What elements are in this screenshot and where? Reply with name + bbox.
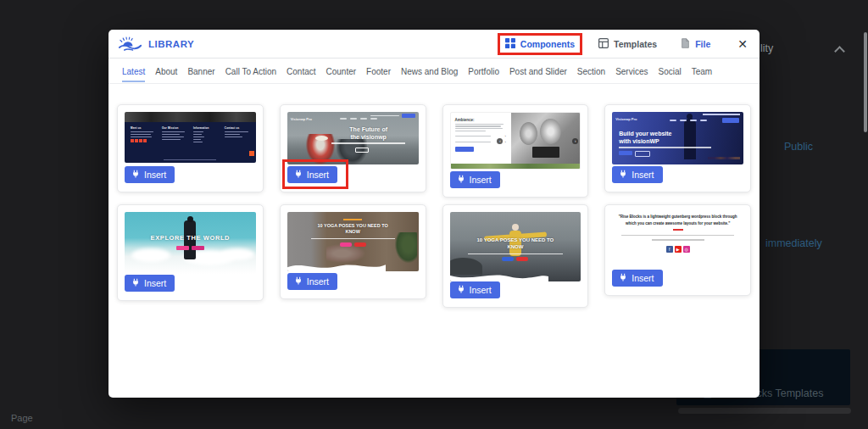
- category-tab-news-and-blog[interactable]: News and Blog: [401, 59, 458, 82]
- insert-label: Insert: [144, 278, 166, 288]
- text-line: [193, 136, 204, 138]
- quote-divider: [673, 229, 683, 231]
- insert-button[interactable]: Insert: [125, 275, 175, 292]
- components-icon: [505, 38, 515, 50]
- insert-button[interactable]: Insert: [287, 273, 337, 290]
- category-tab-portfolio[interactable]: Portfolio: [468, 59, 499, 82]
- component-card-yoga-1: 10 YOGA POSES YOU NEED TO KNOW Insert: [280, 204, 426, 299]
- text-line: [331, 142, 405, 144]
- text-line: [455, 136, 491, 136]
- plug-icon: [457, 285, 465, 295]
- footer-photo-strip: [125, 112, 256, 122]
- modal-header: LIBRARY Components: [108, 30, 760, 58]
- footer-social-icons: [131, 139, 156, 142]
- tab-file[interactable]: File: [681, 38, 710, 50]
- editor-public-link[interactable]: Public: [784, 141, 813, 153]
- category-tab-section[interactable]: Section: [577, 59, 605, 82]
- photo-boats: [708, 157, 740, 159]
- chevron-up-icon[interactable]: [834, 46, 845, 57]
- component-card-quote: "Rise Blocks is a lightweight gutenberg …: [604, 204, 751, 296]
- insert-button[interactable]: Insert: [450, 281, 500, 298]
- text-line: [619, 147, 710, 148]
- preview-cta-button: [455, 147, 474, 152]
- slider-bottom-photo-strip: [451, 164, 581, 169]
- category-tab-footer[interactable]: Footer: [366, 59, 391, 82]
- preview-heading: Build your website with visionWP: [619, 131, 671, 146]
- horizontal-scrollbar[interactable]: [678, 408, 851, 414]
- text-line: [131, 136, 152, 138]
- modal-title: LIBRARY: [148, 39, 194, 49]
- category-tab-counter[interactable]: Counter: [326, 59, 357, 82]
- tab-components-label: Components: [520, 39, 575, 49]
- category-tabs: Latest About Banner Call To Action Conta…: [108, 58, 760, 84]
- insert-label: Insert: [307, 276, 329, 287]
- preview-outline-button: [635, 151, 650, 157]
- plug-icon: [619, 273, 627, 283]
- chevron-right-icon: ›: [504, 140, 505, 144]
- category-tab-about[interactable]: About: [155, 59, 177, 82]
- plug-icon: [457, 175, 465, 185]
- instagram-icon: ◎: [683, 246, 690, 253]
- templates-icon: [598, 38, 609, 50]
- preview-buttons: [287, 242, 419, 247]
- photo-person-head: [512, 224, 519, 231]
- vertical-scrollbar[interactable]: [864, 32, 867, 132]
- category-tab-services[interactable]: Services: [615, 59, 648, 82]
- category-tab-latest[interactable]: Latest: [122, 59, 145, 82]
- category-tab-call-to-action[interactable]: Call To Action: [225, 59, 276, 82]
- header-actions: Components Templates: [505, 38, 748, 50]
- tab-templates[interactable]: Templates: [598, 38, 657, 50]
- plug-icon: [294, 276, 303, 287]
- preview-cta-button: [402, 114, 415, 118]
- footer-column: Meet us: [131, 126, 156, 163]
- close-button[interactable]: ✕: [737, 38, 748, 50]
- category-tab-post-and-slider[interactable]: Post and Slider: [509, 59, 567, 82]
- components-row-1: Meet us Our Mission: [117, 104, 751, 198]
- sunrise-logo-icon: [119, 36, 142, 51]
- components-grid: Meet us Our Mission: [108, 84, 760, 398]
- category-tab-team[interactable]: Team: [692, 59, 712, 82]
- text-line: [225, 136, 243, 138]
- preview-kicker: [343, 219, 362, 220]
- close-icon: ✕: [737, 37, 748, 51]
- category-tab-contact[interactable]: Contact: [287, 59, 315, 82]
- editor-immediately-link[interactable]: immediately: [765, 237, 822, 249]
- chevron-right-icon: ›: [504, 134, 505, 138]
- text-line: [193, 134, 202, 136]
- tab-components[interactable]: Components: [505, 38, 575, 50]
- editor-breadcrumb-page: Page: [11, 413, 33, 423]
- insert-label: Insert: [632, 170, 654, 180]
- text-line: [162, 139, 181, 141]
- youtube-icon: ▶: [675, 246, 682, 253]
- preview-cta-button: [722, 118, 739, 123]
- category-tab-social[interactable]: Social: [659, 59, 682, 82]
- category-tab-banner[interactable]: Banner: [187, 59, 214, 82]
- preview-yoga-2: 10 YOGA POSES YOU NEED TO KNOW: [450, 212, 581, 281]
- insert-button[interactable]: Insert: [125, 166, 175, 183]
- component-card-explore: EXPLORE THE WORLD Insert: [117, 204, 264, 301]
- footer-column: Our Mission: [162, 126, 187, 163]
- insert-label: Insert: [307, 170, 329, 180]
- insert-button[interactable]: Insert: [287, 166, 337, 183]
- footer-column-title: Meet us: [131, 126, 156, 130]
- insert-label: Insert: [144, 170, 166, 180]
- insert-button[interactable]: Insert: [612, 270, 662, 287]
- text-line: [703, 114, 740, 115]
- photo-person-silhouette: [684, 119, 696, 159]
- footer-copyright-line: [164, 159, 216, 161]
- component-card-hero-future: Visionwp Pro The Future of the visionwp: [280, 104, 426, 192]
- preview-heading: 10 YOGA POSES YOU NEED TO KNOW: [458, 237, 573, 251]
- insert-button[interactable]: Insert: [450, 171, 500, 188]
- preview-nav: [340, 118, 377, 120]
- footer-body: Meet us Our Mission: [125, 122, 256, 163]
- preview-outline-button: [355, 148, 369, 153]
- insert-label: Insert: [470, 175, 492, 185]
- preview-nav: [670, 120, 707, 121]
- text-line: [621, 235, 734, 236]
- plug-icon: [131, 278, 140, 288]
- file-icon: [681, 38, 690, 50]
- insert-button[interactable]: Insert: [612, 166, 662, 183]
- preview-heading: Ambience:: [455, 118, 506, 122]
- text-line: [193, 139, 201, 141]
- wave-divider: [287, 259, 387, 271]
